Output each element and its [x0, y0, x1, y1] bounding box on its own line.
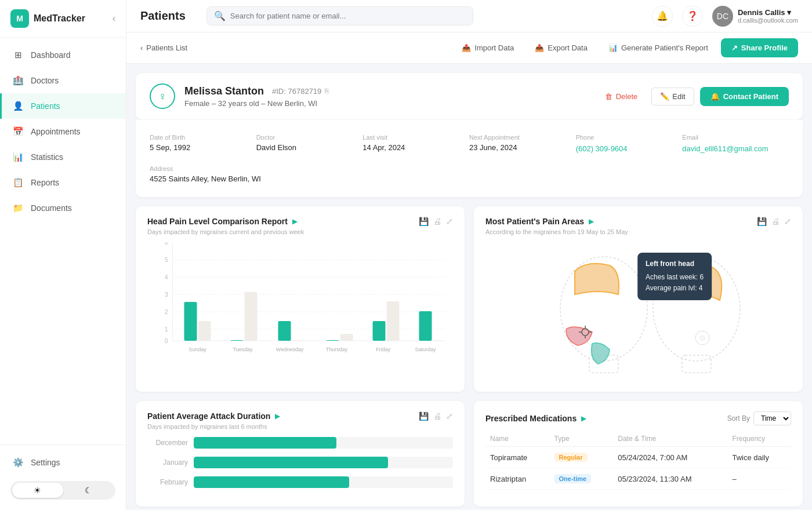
email-value[interactable]: david_elll611@gmail.com: [682, 144, 768, 153]
generate-report-button[interactable]: 📊 Generate Patient's Report: [600, 39, 716, 56]
med-name-topiramate: Topiramate: [485, 447, 550, 468]
pain-chart-expand-button[interactable]: ⤢: [784, 217, 791, 226]
next-appt-value: 23 June, 2024: [469, 143, 576, 152]
breadcrumb-back[interactable]: ‹ Patients List: [140, 43, 187, 52]
sidebar-item-patients-label: Patients: [31, 101, 60, 111]
dob-value: 5 Sep, 1992: [150, 143, 256, 152]
pain-areas-chart-card: Most Patient's Pain Areas ▶ 💾 🖨 ⤢ Accord…: [474, 206, 803, 392]
hbar-label-jan: January: [147, 458, 188, 467]
hbar-track-feb: [194, 476, 453, 488]
medications-card: Prescribed Medications ▶ Sort By Time Na…: [474, 401, 803, 507]
sidebar-collapse-button[interactable]: ‹: [113, 13, 115, 24]
chart-actions: 💾 🖨 ⤢: [419, 217, 453, 226]
svg-text:Saturday: Saturday: [415, 347, 436, 352]
dob-label: Date of Birth: [150, 134, 256, 141]
sidebar-item-statistics[interactable]: 📊 Statistics: [0, 144, 126, 170]
last-visit-value: 14 Apr, 2024: [362, 143, 469, 152]
attack-chart-print-button[interactable]: 🖨: [433, 411, 441, 421]
badge-onetime: One-time: [554, 474, 592, 483]
patient-id: #ID: 76782719: [272, 87, 321, 96]
med-type-rizatriptan: One-time: [550, 468, 614, 490]
patient-actions: 🗑 Delete ✏️ Edit 🔔 Contact Patient: [597, 87, 789, 106]
svg-text:1: 1: [165, 326, 168, 333]
attack-chart-save-button[interactable]: 💾: [419, 411, 429, 421]
top-nav: Patients 🔍 🔔 ❓ DC Dennis Callis ▾ d.call…: [126, 0, 812, 32]
patient-info-grid: Date of Birth 5 Sep, 1992 Doctor David E…: [136, 119, 803, 197]
med-table-body: Topiramate Regular 05/24/2024, 7:00 AM T…: [485, 447, 791, 490]
phone-label: Phone: [576, 134, 683, 141]
sidebar-item-appointments-label: Appointments: [31, 127, 81, 136]
bar-chart-area: 6 5 4 3 2 1 0: [147, 242, 453, 370]
pain-chart-print-button[interactable]: 🖨: [771, 217, 780, 226]
search-icon: 🔍: [214, 10, 226, 21]
copy-icon[interactable]: ⎘: [325, 87, 329, 95]
back-arrow-icon: ‹: [140, 43, 143, 52]
charts-row-1: Head Pain Level Comparison Report ▶ 💾 🖨 …: [136, 206, 803, 392]
med-datetime-topiramate: 05/24/2024, 7:00 AM: [613, 447, 727, 468]
chart-save-button[interactable]: 💾: [419, 217, 429, 226]
app-logo-icon: M: [10, 9, 29, 28]
email-label: Email: [682, 134, 789, 141]
head-diagram-area: ⊙: [485, 242, 791, 381]
sidebar-item-doctors-label: Doctors: [31, 76, 59, 85]
col-name: Name: [485, 431, 550, 447]
phone-value[interactable]: (602) 309-9604: [576, 144, 628, 153]
theme-dark-button[interactable]: ☾: [63, 483, 114, 498]
topnav-actions: 🔔 ❓ DC Dennis Callis ▾ d.callis@outlook.…: [652, 6, 798, 27]
patients-list-link[interactable]: Patients List: [146, 43, 187, 52]
delete-patient-button[interactable]: 🗑 Delete: [597, 88, 646, 105]
chart-expand-button[interactable]: ⤢: [446, 217, 453, 226]
doctor-value: David Elson: [256, 143, 363, 152]
bar-chart-svg: 6 5 4 3 2 1 0: [147, 242, 453, 358]
doctor-block: Doctor David Elson: [256, 129, 363, 158]
hbar-fill-dec: [194, 437, 336, 449]
sidebar-item-dashboard[interactable]: ⊞ Dashboard: [0, 42, 126, 68]
delete-icon: 🗑: [605, 92, 612, 101]
svg-rect-15: [198, 321, 211, 341]
user-name: Dennis Callis ▾: [738, 8, 798, 17]
pain-chart-save-button[interactable]: 💾: [757, 217, 767, 226]
attack-chart-expand-button[interactable]: ⤢: [446, 411, 453, 421]
search-bar[interactable]: 🔍: [206, 6, 473, 26]
sidebar-item-reports[interactable]: 📋 Reports: [0, 170, 126, 195]
hbar-label-dec: December: [147, 439, 188, 447]
share-profile-button[interactable]: ↗ Share Profile: [721, 38, 798, 57]
theme-toggle: ☀ ☾: [10, 481, 115, 500]
main-nav: ⊞ Dashboard 🏥 Doctors 👤 Patients 📅 Appoi…: [0, 38, 126, 445]
sidebar-item-settings[interactable]: ⚙️ Settings: [0, 450, 126, 475]
med-datetime-rizatriptan: 05/23/2024, 11:30 AM: [613, 468, 727, 490]
sidebar-item-appointments[interactable]: 📅 Appointments: [0, 119, 126, 144]
contact-icon: 🔔: [710, 92, 720, 101]
head-pain-chart-card: Head Pain Level Comparison Report ▶ 💾 🖨 …: [136, 206, 465, 392]
sidebar-item-doctors[interactable]: 🏥 Doctors: [0, 68, 126, 93]
svg-rect-23: [327, 340, 339, 341]
pain-chart-arrow-icon: ▶: [589, 217, 594, 225]
sidebar-item-patients[interactable]: 👤 Patients: [0, 93, 126, 119]
edit-patient-button[interactable]: ✏️ Edit: [651, 88, 694, 105]
svg-rect-20: [278, 321, 291, 341]
sort-select[interactable]: Time: [753, 411, 791, 425]
help-button[interactable]: ❓: [682, 6, 703, 27]
med-freq-rizatriptan: –: [727, 468, 791, 490]
attack-chart-actions: 💾 🖨 ⤢: [419, 411, 453, 421]
col-frequency: Frequency: [727, 431, 791, 447]
table-row: Rizatriptan One-time 05/23/2024, 11:30 A…: [485, 468, 791, 490]
notifications-button[interactable]: 🔔: [652, 6, 673, 27]
patient-gender-icon: ♀: [150, 83, 175, 109]
attack-chart-title-row: Patient Average Attack Duration ▶ 💾 🖨 ⤢: [147, 411, 453, 421]
main-area: Patients 🔍 🔔 ❓ DC Dennis Callis ▾ d.call…: [126, 0, 812, 510]
import-data-button[interactable]: 📤 Import Data: [454, 39, 522, 56]
theme-light-button[interactable]: ☀: [12, 483, 63, 498]
import-icon: 📤: [462, 43, 471, 52]
chart-print-button[interactable]: 🖨: [433, 217, 441, 226]
search-input[interactable]: [230, 12, 466, 20]
user-info[interactable]: DC Dennis Callis ▾ d.callis@outlook.com: [712, 6, 798, 27]
col-type: Type: [550, 431, 614, 447]
contact-patient-button[interactable]: 🔔 Contact Patient: [700, 87, 789, 106]
sidebar-item-documents[interactable]: 📁 Documents: [0, 195, 126, 221]
svg-text:⊙: ⊙: [699, 334, 705, 342]
breadcrumb-actions: 📤 Import Data 📤 Export Data 📊 Generate P…: [454, 38, 798, 57]
badge-regular: Regular: [554, 453, 588, 462]
export-data-button[interactable]: 📤 Export Data: [527, 39, 596, 56]
hbar-row-january: January: [147, 457, 453, 468]
